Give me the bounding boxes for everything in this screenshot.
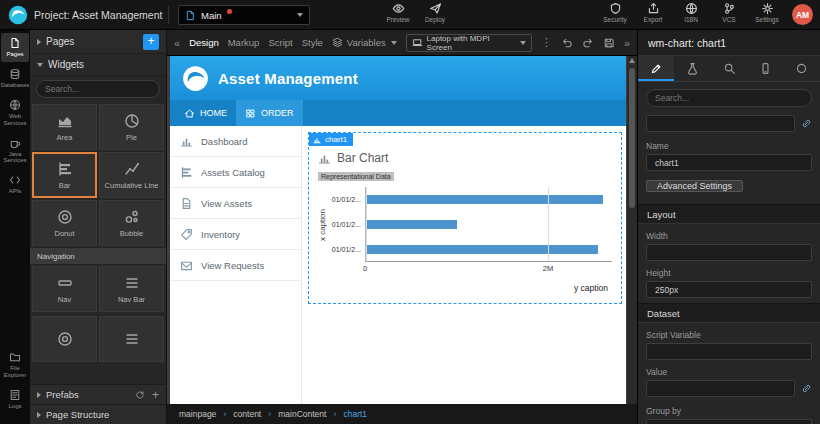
- coffee-icon: [9, 137, 21, 149]
- refresh-icon[interactable]: [135, 390, 145, 400]
- navigation-widget-grid: Nav Nav Bar: [30, 264, 166, 314]
- scrollbar-thumb[interactable]: [629, 68, 635, 208]
- name-input[interactable]: [646, 154, 812, 171]
- widget-selection-tag[interactable]: chart1: [309, 133, 353, 146]
- widget-tile-donut[interactable]: Donut: [32, 200, 97, 246]
- rail-item-apis[interactable]: APIs: [1, 170, 29, 199]
- property-search-input[interactable]: [646, 89, 812, 107]
- tab-style[interactable]: Style: [302, 37, 323, 48]
- menu-item-view-assets[interactable]: View Assets: [170, 188, 301, 219]
- device-selector[interactable]: Laptop with MDPI Screen: [406, 34, 532, 52]
- advanced-settings-button[interactable]: Advanced Settings: [646, 180, 743, 192]
- page-structure-section-header[interactable]: Page Structure: [30, 404, 166, 424]
- rail-item-file-explorer[interactable]: File Explorer: [1, 347, 29, 383]
- menu-item-view-requests[interactable]: View Requests: [170, 250, 301, 281]
- rail-item-pages[interactable]: Pages: [1, 33, 29, 62]
- rail-item-java-services[interactable]: Java Services: [1, 133, 29, 169]
- menu-item-dashboard[interactable]: Dashboard: [170, 126, 301, 157]
- redo-button[interactable]: [582, 37, 594, 49]
- script-variable-input[interactable]: [646, 343, 812, 360]
- breadcrumb-item-mainpage[interactable]: mainpage: [179, 409, 216, 419]
- widget-tile-partial[interactable]: [99, 316, 164, 362]
- tab-device[interactable]: [747, 56, 783, 81]
- height-input[interactable]: [646, 281, 812, 298]
- widget-tile-bar[interactable]: Bar: [32, 152, 97, 198]
- more-options-button[interactable]: [541, 36, 552, 49]
- canvas-scrollbar[interactable]: [627, 56, 637, 404]
- widget-tile-partial[interactable]: [32, 316, 97, 362]
- y-axis-caption: y caption: [318, 283, 612, 293]
- rail-label: File Explorer: [1, 365, 29, 379]
- add-page-button[interactable]: +: [143, 34, 159, 50]
- widgets-section-header[interactable]: Widgets: [30, 54, 166, 76]
- tab-script[interactable]: Script: [268, 37, 292, 48]
- breadcrumb-item-content[interactable]: content: [233, 409, 261, 419]
- rail-item-databases[interactable]: Databases: [1, 64, 29, 93]
- nav-item-home[interactable]: HOME: [175, 100, 236, 126]
- breadcrumb-item-chart1[interactable]: chart1: [343, 409, 367, 419]
- widget-tile-area[interactable]: Area: [32, 104, 97, 150]
- height-field-row: [638, 281, 820, 298]
- tab-properties[interactable]: [638, 56, 674, 81]
- bindable-field-row: [638, 111, 820, 134]
- navigation-section-label: Navigation: [30, 248, 166, 264]
- i18n-button[interactable]: I18N: [674, 2, 708, 23]
- expand-right-button[interactable]: [624, 37, 630, 49]
- add-prefab-button[interactable]: +: [152, 390, 159, 400]
- breadcrumb-item-maincontent[interactable]: mainContent: [278, 409, 326, 419]
- tab-security[interactable]: [784, 56, 820, 81]
- scroll-up-button[interactable]: [629, 58, 635, 63]
- bar: [366, 245, 598, 254]
- bind-link-icon[interactable]: [801, 118, 812, 129]
- rail-item-logs[interactable]: Logs: [1, 385, 29, 414]
- deploy-button[interactable]: Deploy: [415, 2, 455, 23]
- bindable-field-input[interactable]: [646, 115, 795, 132]
- preview-button[interactable]: Preview: [378, 2, 418, 23]
- bar-chart-icon: [318, 152, 331, 165]
- widget-tile-cumulative-line[interactable]: Cumulative Line: [99, 152, 164, 198]
- user-avatar[interactable]: AM: [792, 4, 813, 25]
- y-tick: 01/01/2...: [329, 212, 365, 237]
- tag-icon: [180, 228, 193, 241]
- nav-item-order[interactable]: ORDER: [236, 100, 303, 126]
- widget-tile-nav[interactable]: Nav: [32, 266, 97, 312]
- layout-section-header[interactable]: Layout: [638, 204, 820, 224]
- magnifier-icon: [723, 62, 736, 75]
- tab-markup[interactable]: Markup: [228, 37, 260, 48]
- tab-styles[interactable]: [674, 56, 710, 81]
- project-label: Project: Asset Management: [34, 0, 162, 30]
- widget-tile-bubble[interactable]: Bubble: [99, 200, 164, 246]
- branch-selector[interactable]: Main: [178, 5, 310, 25]
- prefabs-section-header[interactable]: Prefabs +: [30, 384, 166, 404]
- widget-tile-nav-bar[interactable]: Nav Bar: [99, 266, 164, 312]
- chart-plot: x caption 01/01/2... 01/01/2... 01/01/2.…: [318, 187, 612, 262]
- y-tick: 01/01/2...: [329, 187, 365, 212]
- settings-button[interactable]: Settings: [750, 2, 784, 23]
- pages-section-header[interactable]: Pages +: [30, 30, 166, 54]
- tile-label: Nav Bar: [118, 295, 145, 304]
- tile-label: Cumulative Line: [105, 181, 159, 190]
- collapse-left-panel-button[interactable]: [174, 37, 180, 49]
- vcs-button[interactable]: VCS: [712, 2, 746, 23]
- tab-search-props[interactable]: [711, 56, 747, 81]
- menu-item-inventory[interactable]: Inventory: [170, 219, 301, 250]
- undo-button[interactable]: [561, 37, 573, 49]
- security-button[interactable]: Security: [598, 2, 632, 23]
- width-input[interactable]: [646, 244, 812, 261]
- bar-row: [366, 237, 612, 262]
- save-button[interactable]: [603, 37, 615, 49]
- group-by-input[interactable]: [646, 419, 812, 424]
- width-field-label: Width: [638, 224, 820, 244]
- value-input[interactable]: [646, 380, 795, 397]
- widget-search-input[interactable]: [36, 80, 160, 98]
- dataset-section-header[interactable]: Dataset: [638, 303, 820, 323]
- rail-item-web-services[interactable]: Web Services: [1, 95, 29, 131]
- export-button[interactable]: Export: [636, 2, 670, 23]
- menu-item-assets-catalog[interactable]: Assets Catalog: [170, 157, 301, 188]
- selected-chart-widget[interactable]: chart1 Bar Chart Representational Data x…: [308, 132, 622, 304]
- app-navbar: HOME ORDER: [170, 100, 626, 126]
- widget-tile-pie[interactable]: Pie: [99, 104, 164, 150]
- tab-design[interactable]: Design: [189, 37, 219, 48]
- bind-link-icon[interactable]: [801, 383, 812, 394]
- variables-dropdown[interactable]: Variables: [332, 37, 397, 48]
